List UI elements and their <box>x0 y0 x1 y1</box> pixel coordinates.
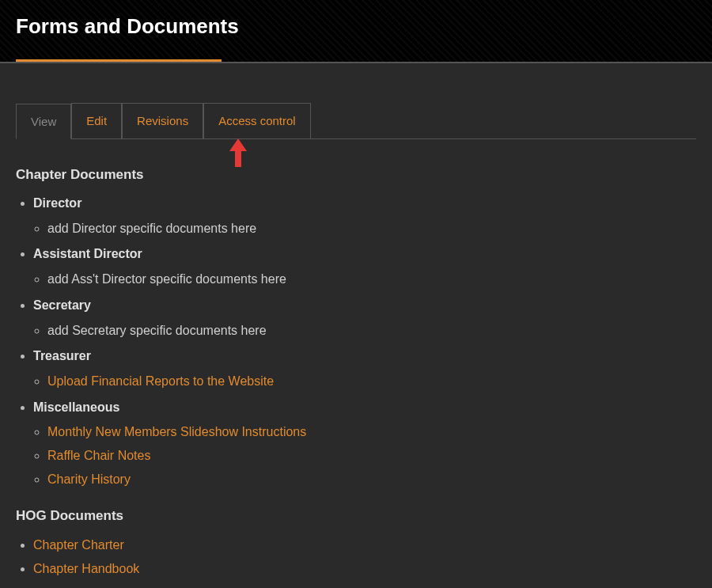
list-item: Raffle Chair Notes <box>47 444 696 468</box>
link-chapter-handbook[interactable]: Chapter Handbook <box>33 562 139 575</box>
item-text: add Secretary specific documents here <box>47 324 267 337</box>
section-heading-chapter-documents: Chapter Documents <box>16 167 696 183</box>
list-item: Charity History <box>47 468 696 491</box>
list-item: Chapter Charter <box>33 533 696 557</box>
tab-access-control[interactable]: Access control <box>203 103 311 138</box>
sublist: add Ass't Director specific documents he… <box>33 267 696 291</box>
tab-view[interactable]: View <box>16 104 71 139</box>
link-charity-history[interactable]: Charity History <box>47 472 131 486</box>
link-monthly-new-members[interactable]: Monthly New Members Slideshow Instructio… <box>47 425 306 438</box>
link-chapter-charter[interactable]: Chapter Charter <box>33 538 124 552</box>
list-item: add Secretary specific documents here <box>47 319 696 343</box>
sublist: add Secretary specific documents here <box>33 319 696 343</box>
item-text: add Ass't Director specific documents he… <box>47 272 286 286</box>
link-raffle-chair-notes[interactable]: Raffle Chair Notes <box>47 449 150 462</box>
item-text: add Director specific documents here <box>47 222 256 235</box>
header-bar: Forms and Documents <box>0 0 712 62</box>
sublist: add Director specific documents here <box>33 217 696 241</box>
pointer-arrow-icon <box>229 138 247 167</box>
list-item: Chapter Handbook <box>33 557 696 581</box>
tab-revisions[interactable]: Revisions <box>122 103 203 138</box>
title-underline <box>16 59 222 62</box>
page-title: Forms and Documents <box>16 14 696 39</box>
hog-documents-list: Chapter Charter Chapter Handbook <box>16 533 696 580</box>
content-area: View Edit Revisions Access control Chapt… <box>0 63 712 588</box>
list-item: Director add Director specific documents… <box>33 192 696 240</box>
group-title-secretary: Secretary <box>33 298 91 312</box>
group-title-miscellaneous: Miscellaneous <box>33 400 119 414</box>
tabs: View Edit Revisions Access control <box>16 103 696 139</box>
list-item: Assistant Director add Ass't Director sp… <box>33 243 696 290</box>
list-item: add Ass't Director specific documents he… <box>47 267 696 291</box>
list-item: Upload Financial Reports to the Website <box>47 370 696 393</box>
tab-edit[interactable]: Edit <box>71 103 122 138</box>
list-item: Monthly New Members Slideshow Instructio… <box>47 420 696 444</box>
list-item: Miscellaneous Monthly New Members Slides… <box>33 396 696 491</box>
sublist: Upload Financial Reports to the Website <box>33 370 696 393</box>
section-heading-hog-documents: HOG Documents <box>16 508 696 524</box>
list-item: add Director specific documents here <box>47 217 696 241</box>
link-upload-financial-reports[interactable]: Upload Financial Reports to the Website <box>47 374 274 388</box>
group-title-treasurer: Treasurer <box>33 349 91 362</box>
list-item: Treasurer Upload Financial Reports to th… <box>33 345 696 393</box>
group-title-director: Director <box>33 196 81 210</box>
chapter-documents-list: Director add Director specific documents… <box>16 192 696 491</box>
group-title-assistant-director: Assistant Director <box>33 247 142 260</box>
list-item: Secretary add Secretary specific documen… <box>33 294 696 342</box>
sublist: Monthly New Members Slideshow Instructio… <box>33 420 696 491</box>
